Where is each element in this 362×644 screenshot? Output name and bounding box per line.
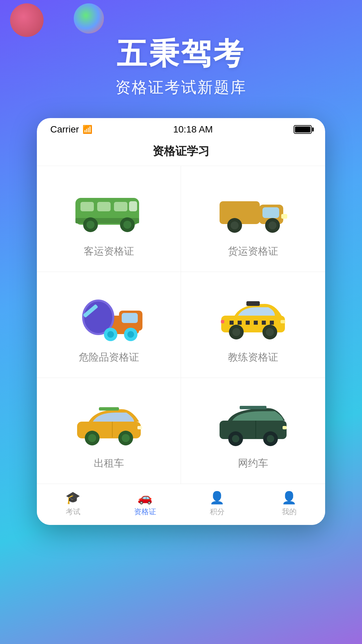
tab-certificate-icon: 🚗 xyxy=(137,491,153,505)
svg-rect-12 xyxy=(262,207,279,218)
grid-cell-passenger[interactable]: 客运资格证 xyxy=(37,166,181,272)
svg-rect-41 xyxy=(281,320,285,323)
tab-exam-label: 考试 xyxy=(66,507,80,517)
tab-points[interactable]: 👤 积分 xyxy=(181,484,253,525)
svg-rect-33 xyxy=(246,321,250,325)
grid-cell-trainer[interactable]: 教练资格证 xyxy=(181,272,325,378)
svg-rect-2 xyxy=(97,202,111,211)
page-title: 资格证学习 xyxy=(37,138,325,166)
tab-exam-icon: 🎓 xyxy=(65,491,80,505)
app-title: 五秉驾考 xyxy=(115,34,247,74)
svg-point-56 xyxy=(267,435,274,442)
cell-label-passenger: 客运资格证 xyxy=(84,245,134,258)
vehicle-truck xyxy=(213,183,293,236)
svg-point-54 xyxy=(232,435,239,442)
cell-label-rental: 出租车 xyxy=(94,457,124,470)
cell-label-hazmat: 危险品资格证 xyxy=(79,351,139,364)
phone-frame: Carrier 📶 10:18 AM 资格证学习 xyxy=(37,118,325,525)
grid-cell-hazmat[interactable]: 危险品资格证 xyxy=(37,272,181,378)
app-subtitle: 资格证考试新题库 xyxy=(115,77,247,98)
svg-rect-32 xyxy=(238,321,242,325)
svg-rect-42 xyxy=(221,320,224,323)
certificate-grid: 客运资格证 xyxy=(37,166,325,484)
svg-rect-52 xyxy=(240,406,266,409)
svg-point-48 xyxy=(122,434,130,442)
svg-rect-1 xyxy=(80,202,94,211)
vehicle-bus xyxy=(69,183,149,236)
battery-fill xyxy=(295,126,310,132)
carrier-wifi: Carrier 📶 xyxy=(50,124,93,135)
svg-rect-3 xyxy=(114,202,127,211)
svg-point-9 xyxy=(123,221,131,229)
wifi-icon: 📶 xyxy=(82,125,93,134)
svg-point-27 xyxy=(127,331,134,338)
svg-rect-29 xyxy=(246,301,260,306)
tab-mine-icon: 👤 xyxy=(282,491,297,505)
svg-point-16 xyxy=(268,221,277,229)
decorative-blob-center xyxy=(74,3,104,34)
tab-points-label: 积分 xyxy=(210,507,225,517)
tab-exam[interactable]: 🎓 考试 xyxy=(37,484,109,525)
svg-rect-36 xyxy=(270,321,274,325)
vehicle-suv xyxy=(213,395,293,448)
svg-rect-49 xyxy=(137,426,142,429)
tab-certificate-label: 资格证 xyxy=(134,507,156,517)
tab-certificate[interactable]: 🚗 资格证 xyxy=(109,484,181,525)
tab-mine[interactable]: 👤 我的 xyxy=(253,484,325,525)
svg-point-46 xyxy=(88,434,96,442)
tab-points-icon: 👤 xyxy=(209,491,225,505)
svg-rect-34 xyxy=(254,321,258,325)
cell-label-rideshare: 网约车 xyxy=(238,457,268,470)
svg-rect-20 xyxy=(122,313,138,323)
svg-point-38 xyxy=(232,328,240,336)
decorative-blob-left xyxy=(10,3,44,37)
status-bar: Carrier 📶 10:18 AM xyxy=(37,118,325,138)
svg-rect-57 xyxy=(283,426,287,429)
vehicle-yellow-car xyxy=(69,395,149,448)
battery-icon xyxy=(294,125,312,134)
svg-rect-35 xyxy=(262,321,266,325)
tab-mine-label: 我的 xyxy=(282,507,297,517)
tab-bar: 🎓 考试 🚗 资格证 👤 积分 👤 我的 xyxy=(37,484,325,525)
svg-rect-4 xyxy=(129,201,137,211)
svg-rect-17 xyxy=(281,214,287,219)
status-time: 10:18 AM xyxy=(173,124,213,135)
vehicle-taxi xyxy=(213,289,293,342)
cell-label-freight: 货运资格证 xyxy=(228,245,278,258)
grid-cell-rental[interactable]: 出租车 xyxy=(37,378,181,484)
grid-cell-rideshare[interactable]: 网约车 xyxy=(181,378,325,484)
cell-label-trainer: 教练资格证 xyxy=(228,351,278,364)
carrier-label: Carrier xyxy=(50,124,79,135)
svg-rect-31 xyxy=(230,321,234,325)
vehicle-mixer xyxy=(69,289,149,342)
svg-rect-44 xyxy=(99,407,119,411)
svg-point-7 xyxy=(86,221,95,229)
app-header: 五秉驾考 资格证考试新题库 xyxy=(115,34,247,98)
grid-cell-freight[interactable]: 货运资格证 xyxy=(181,166,325,272)
svg-point-40 xyxy=(266,328,274,336)
svg-point-25 xyxy=(107,331,114,338)
svg-point-14 xyxy=(231,221,239,229)
